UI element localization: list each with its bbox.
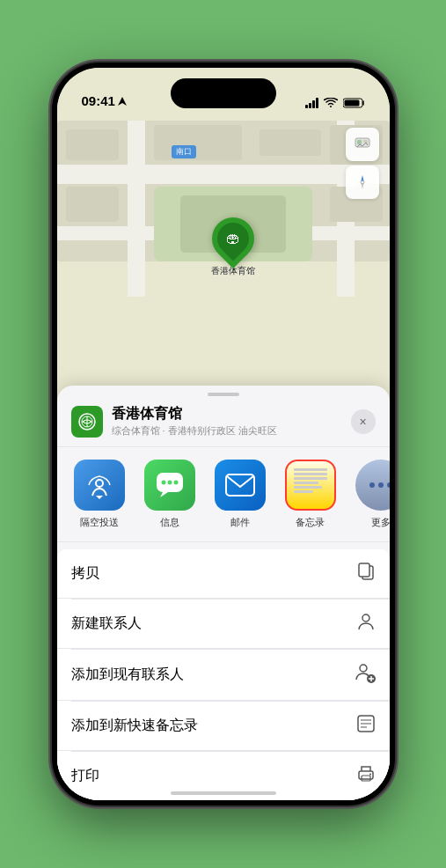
share-mail[interactable]: 邮件 <box>205 460 275 529</box>
location-name: 香港体育馆 <box>112 405 342 423</box>
action-quick-note-label: 添加到新快速备忘录 <box>71 717 198 735</box>
time-display: 09:41 <box>82 93 115 108</box>
svg-point-13 <box>161 481 165 485</box>
svg-rect-18 <box>359 563 369 577</box>
location-arrow-icon <box>118 97 127 106</box>
map-layers-icon <box>354 136 371 153</box>
svg-marker-12 <box>160 492 168 497</box>
status-time: 09:41 <box>82 93 127 108</box>
airdrop-icon <box>74 460 125 511</box>
person-icon <box>356 612 376 636</box>
action-add-contact-label: 添加到现有联系人 <box>71 666 184 684</box>
svg-rect-29 <box>362 776 370 781</box>
action-new-contact-label: 新建联系人 <box>71 614 142 633</box>
action-new-contact[interactable]: 新建联系人 <box>57 600 390 649</box>
notes-icon <box>285 460 336 511</box>
pin-stadium-icon: 🏟 <box>226 231 240 246</box>
dynamic-island <box>171 78 276 108</box>
status-icons <box>305 98 365 108</box>
map-controls <box>346 128 379 199</box>
map-type-button[interactable] <box>346 128 379 161</box>
phone-frame: 09:41 <box>52 63 395 805</box>
wifi-icon <box>324 98 338 108</box>
svg-rect-16 <box>226 474 254 496</box>
copy-icon <box>356 562 376 585</box>
airdrop-label: 隔空投送 <box>80 516 119 529</box>
battery-icon <box>343 98 365 108</box>
location-detail: 综合体育馆 · 香港特别行政区 油尖旺区 <box>112 424 342 438</box>
mail-icon <box>215 460 266 511</box>
quick-note-icon <box>356 714 376 738</box>
svg-marker-0 <box>118 97 127 106</box>
messages-icon <box>144 460 195 511</box>
svg-rect-2 <box>344 100 359 107</box>
signal-bars-icon <box>305 98 318 108</box>
share-more[interactable]: 更多 <box>346 460 390 529</box>
action-copy-label: 拷贝 <box>71 564 99 583</box>
mail-label: 邮件 <box>230 516 250 529</box>
notes-label: 备忘录 <box>296 516 325 529</box>
share-messages[interactable]: 信息 <box>135 460 205 529</box>
home-indicator <box>171 791 276 795</box>
more-label: 更多 <box>371 516 390 529</box>
share-notes[interactable]: 备忘录 <box>275 460 346 529</box>
bottom-sheet: 香港体育馆 综合体育馆 · 香港特别行政区 油尖旺区 × <box>57 386 390 800</box>
actions-group: 拷贝 新建联系人 <box>57 549 390 800</box>
svg-point-14 <box>167 481 172 485</box>
svg-rect-5 <box>363 140 368 143</box>
location-info: 香港体育馆 综合体育馆 · 香港特别行政区 油尖旺区 <box>112 405 342 438</box>
location-button[interactable] <box>346 166 379 199</box>
svg-point-30 <box>369 774 371 776</box>
location-venue-icon <box>71 406 103 438</box>
action-print-label: 打印 <box>71 767 99 785</box>
svg-point-19 <box>362 614 369 622</box>
map-pin[interactable]: 🏟 香港体育馆 <box>210 217 256 277</box>
svg-point-20 <box>360 665 367 672</box>
close-button[interactable]: × <box>351 409 376 434</box>
more-dots-icon <box>355 460 390 511</box>
phone-screen: 09:41 <box>57 68 390 800</box>
location-header: 香港体育馆 综合体育馆 · 香港特别行政区 油尖旺区 × <box>57 396 390 447</box>
messages-label: 信息 <box>160 516 179 529</box>
action-quick-note[interactable]: 添加到新快速备忘录 <box>57 702 390 751</box>
svg-point-10 <box>96 480 103 487</box>
map-label: 南口 <box>172 145 196 158</box>
person-add-icon <box>355 662 376 688</box>
svg-rect-4 <box>357 140 362 144</box>
svg-point-15 <box>173 481 178 485</box>
share-airdrop[interactable]: 隔空投送 <box>64 460 135 529</box>
action-copy[interactable]: 拷贝 <box>57 549 390 599</box>
share-row: 隔空投送 信息 <box>57 447 390 542</box>
print-icon <box>356 764 376 788</box>
compass-icon <box>355 174 370 190</box>
action-add-contact[interactable]: 添加到现有联系人 <box>57 650 390 701</box>
